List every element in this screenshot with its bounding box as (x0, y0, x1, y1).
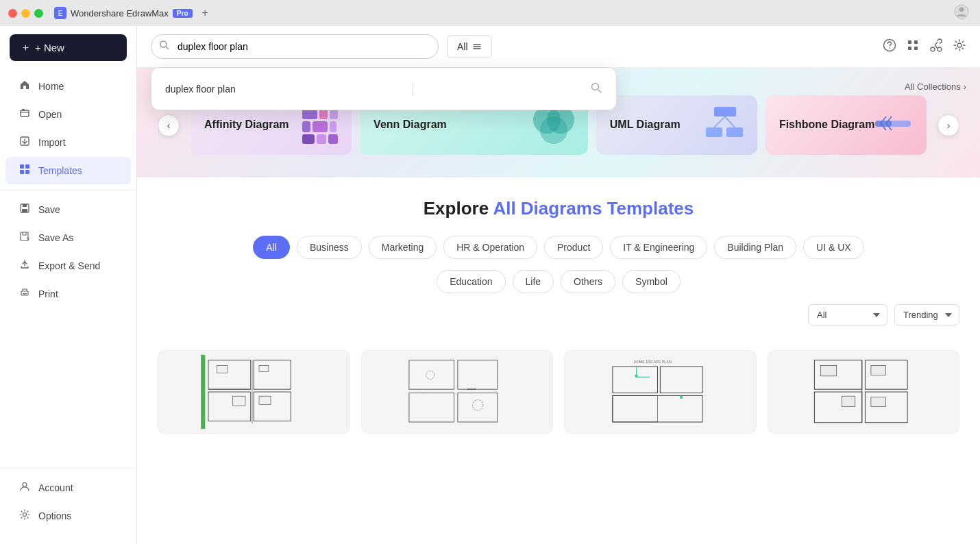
filter-chip-it[interactable]: IT & Engineering (610, 236, 707, 259)
svg-rect-6 (25, 164, 29, 169)
sidebar-item-print[interactable]: Print (5, 280, 131, 308)
maximize-button[interactable] (34, 9, 43, 18)
svg-rect-27 (706, 127, 722, 137)
filter-chip-all[interactable]: All (253, 236, 290, 259)
chip-hr-label: HR & Operation (456, 242, 524, 253)
import-icon (18, 136, 32, 149)
new-button[interactable]: ＋ + New (10, 34, 127, 61)
template-card-3[interactable]: HOME ESCAPE PLAN (564, 350, 757, 434)
venn-label: Venn Diagram (373, 118, 447, 132)
carousel-prev-button[interactable]: ‹ (158, 114, 180, 136)
app-layout: ＋ + New Home Open Import (0, 26, 980, 544)
sidebar-item-open[interactable]: Open (5, 101, 131, 128)
search-area: duplex floor plan All (151, 34, 492, 59)
home-icon (18, 79, 32, 93)
explore-title: Explore All Diagrams Templates (158, 198, 959, 219)
template-card-1[interactable] (158, 350, 350, 434)
search-suggestion-item[interactable]: duplex floor plan (151, 73, 616, 104)
svg-point-53 (473, 400, 483, 410)
svg-point-18 (592, 84, 599, 90)
sidebar-options-label: Options (38, 510, 71, 521)
template-thumb-3: HOME ESCAPE PLAN (565, 351, 756, 433)
close-button[interactable] (8, 9, 17, 18)
sidebar-item-save-as[interactable]: Save As (5, 224, 131, 251)
sidebar-item-home[interactable]: Home (5, 73, 131, 100)
filter-chip-building[interactable]: Building Plan (714, 236, 796, 259)
topbar: duplex floor plan All (137, 26, 980, 68)
filter-chip-education[interactable]: Education (437, 270, 505, 293)
svg-rect-22 (914, 40, 918, 44)
filter-chip-symbol[interactable]: Symbol (622, 270, 681, 293)
template-card-2[interactable] (361, 350, 554, 434)
filter-chip-others[interactable]: Others (561, 270, 615, 293)
titlebar-actions (954, 4, 969, 22)
affinity-label: Affinity Diagram (204, 118, 289, 132)
add-tab-button[interactable]: + (202, 7, 208, 19)
search-input[interactable] (151, 34, 439, 59)
sidebar-item-options[interactable]: Options (5, 502, 131, 530)
search-dropdown: duplex floor plan (151, 67, 617, 110)
sidebar-item-templates[interactable]: Templates (5, 157, 131, 184)
diagram-card-fishbone[interactable]: Fishbone Diagram (765, 95, 927, 155)
svg-rect-49 (409, 393, 454, 422)
share-icon[interactable] (929, 38, 943, 55)
open-icon (18, 108, 32, 121)
sidebar-item-account[interactable]: Account (5, 474, 131, 502)
svg-point-1 (959, 8, 964, 12)
export-icon (18, 259, 32, 273)
all-collections-link[interactable]: All Collections › (905, 82, 966, 92)
type-filter-select[interactable]: All Basic Professional (808, 304, 887, 325)
svg-rect-58 (660, 367, 702, 393)
suggestion-search-icon (590, 82, 602, 96)
svg-rect-46 (259, 365, 269, 371)
filter-chip-hr[interactable]: HR & Operation (443, 236, 537, 259)
fishbone-icon (875, 108, 913, 142)
diagram-card-uml[interactable]: UML Diagram (596, 95, 757, 155)
options-icon (18, 509, 32, 523)
svg-rect-51 (458, 393, 498, 422)
filter-chip-marketing[interactable]: Marketing (369, 236, 437, 259)
sidebar-export-label: Export & Send (38, 260, 100, 271)
svg-rect-11 (22, 209, 27, 212)
grid-icon[interactable] (906, 38, 920, 55)
sidebar-item-save[interactable]: Save (5, 196, 131, 223)
fishbone-label: Fishbone Diagram (779, 118, 875, 132)
help-icon[interactable] (883, 38, 896, 55)
svg-rect-44 (217, 365, 227, 373)
all-collections-text: All Collections (905, 82, 961, 92)
chip-symbol-label: Symbol (635, 276, 667, 287)
template-card-4[interactable] (768, 350, 960, 434)
minimize-button[interactable] (21, 9, 30, 18)
titlebar: E Wondershare EdrawMax Pro + (0, 0, 980, 26)
sidebar-divider-1 (0, 190, 136, 190)
affinity-icon (302, 107, 338, 144)
filter-chip-ui-ux[interactable]: UI & UX (803, 236, 864, 259)
svg-rect-69 (821, 365, 837, 375)
chevron-right-icon: › (964, 82, 966, 92)
sidebar-item-export[interactable]: Export & Send (5, 252, 131, 280)
app-name: Wondershare EdrawMax (71, 8, 169, 18)
sort-filter-select[interactable]: Trending Newest Popular (894, 304, 959, 325)
filter-chip-life[interactable]: Life (513, 270, 554, 293)
explore-title-highlight: All Diagrams Templates (493, 198, 694, 219)
content-area: All Collections › ‹ Affinity Diagram (137, 68, 980, 544)
settings-icon[interactable] (953, 38, 966, 55)
svg-rect-45 (232, 396, 245, 406)
sidebar-open-label: Open (38, 109, 62, 120)
all-filter-button[interactable]: All (447, 35, 492, 58)
user-avatar-icon[interactable] (954, 4, 969, 22)
svg-rect-48 (409, 360, 454, 389)
svg-rect-38 (208, 360, 251, 389)
filter-chip-product[interactable]: Product (544, 236, 603, 259)
template-thumb-2 (362, 351, 553, 433)
sidebar-item-import[interactable]: Import (5, 129, 131, 156)
svg-rect-8 (25, 170, 29, 174)
save-as-icon (18, 231, 32, 245)
svg-rect-5 (20, 164, 24, 169)
carousel-next-button[interactable]: › (938, 114, 959, 136)
svg-point-16 (23, 513, 27, 517)
svg-point-20 (889, 47, 890, 49)
svg-rect-28 (726, 127, 743, 137)
filter-chip-business[interactable]: Business (297, 236, 362, 259)
svg-rect-57 (613, 367, 658, 393)
